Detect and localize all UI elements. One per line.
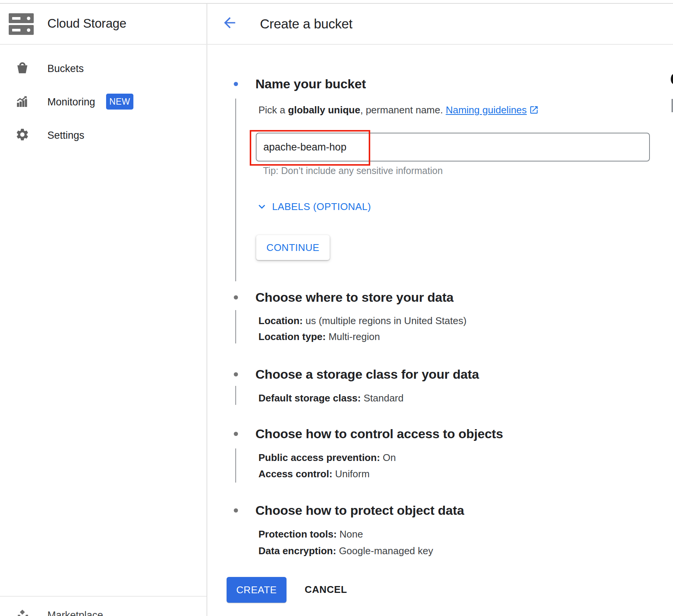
row-label: Data encryption:	[258, 545, 336, 556]
cloud-storage-icon	[9, 13, 35, 35]
new-badge: NEW	[106, 94, 133, 110]
row-value: On	[383, 452, 396, 463]
step4-title[interactable]: Choose how to control access to objects	[255, 425, 503, 442]
cutoff-bar	[671, 99, 673, 112]
page-title: Create a bucket	[260, 16, 352, 32]
location-row: Location: us (multiple regions in United…	[258, 314, 466, 327]
cutoff-glyph	[671, 74, 673, 84]
step2-connector-line	[235, 310, 236, 343]
logo-bar	[9, 13, 34, 23]
desc-bold-text: globally unique	[288, 104, 360, 116]
logo-bar	[9, 25, 34, 35]
row-value: Standard	[363, 392, 404, 404]
back-arrow-icon	[221, 14, 238, 31]
step5-title[interactable]: Choose how to protect object data	[255, 502, 464, 519]
cancel-button[interactable]: CANCEL	[305, 584, 347, 596]
protection-tools-row: Protection tools: None	[258, 528, 363, 541]
sidebar-item-marketplace[interactable]: Marketplace	[0, 605, 206, 616]
row-value: None	[340, 528, 363, 540]
row-label: Public access prevention:	[258, 452, 380, 463]
bucket-name-tip: Tip: Don’t include any sensitive informa…	[263, 165, 443, 176]
labels-optional-toggle[interactable]: LABELS (OPTIONAL)	[255, 200, 371, 215]
sidebar-divider	[207, 4, 207, 616]
step1-description: Pick a globally unique, permanent name. …	[258, 103, 539, 117]
row-label: Location:	[258, 315, 303, 326]
row-value: us (multiple regions in United States)	[305, 315, 466, 326]
monitoring-icon	[15, 94, 30, 108]
row-label: Default storage class:	[258, 392, 361, 404]
location-type-row: Location type: Multi-region	[258, 330, 380, 343]
continue-button[interactable]: CONTINUE	[256, 235, 330, 260]
step1-indicator	[234, 82, 238, 86]
data-encryption-row: Data encryption: Google-managed key	[258, 544, 433, 557]
row-value: Uniform	[335, 468, 369, 480]
step3-title[interactable]: Choose a storage class for your data	[255, 366, 479, 382]
top-divider	[0, 3, 673, 4]
header-divider	[0, 44, 673, 45]
step2-indicator	[234, 295, 238, 299]
desc-text: , permanent name.	[360, 104, 446, 116]
step1-title[interactable]: Name your bucket	[255, 75, 366, 92]
step1-connector-line	[235, 99, 236, 281]
step3-indicator	[234, 372, 238, 376]
sidebar-bottom-divider	[0, 596, 207, 597]
public-access-row: Public access prevention: On	[258, 451, 396, 464]
settings-icon	[15, 127, 30, 142]
open-in-new-icon	[529, 105, 539, 115]
storage-class-row: Default storage class: Standard	[258, 392, 404, 404]
create-bucket-page: Cloud Storage Buckets Monitoring NEW Set…	[0, 0, 673, 616]
labels-toggle-label: LABELS (OPTIONAL)	[272, 201, 371, 212]
row-label: Protection tools:	[258, 528, 337, 540]
step4-connector-line	[235, 448, 236, 483]
row-value: Multi-region	[329, 331, 380, 342]
bucket-name-input[interactable]	[256, 133, 650, 161]
chevron-down-icon	[255, 200, 268, 213]
row-label: Access control:	[258, 468, 332, 480]
app-title: Cloud Storage	[47, 15, 126, 32]
sidebar-item-label: Monitoring	[47, 96, 95, 108]
row-label: Location type:	[258, 331, 326, 342]
sidebar-item-label: Buckets	[47, 63, 84, 74]
step2-title[interactable]: Choose where to store your data	[255, 289, 454, 306]
sidebar-item-label: Settings	[47, 130, 85, 141]
access-control-row: Access control: Uniform	[258, 467, 369, 480]
step4-indicator	[234, 432, 238, 436]
naming-guidelines-link[interactable]: Naming guidelines	[446, 104, 527, 116]
step3-connector-line	[235, 386, 236, 405]
desc-text: Pick a	[258, 104, 288, 116]
sidebar-item-monitoring[interactable]: Monitoring NEW	[0, 91, 206, 114]
create-button[interactable]: CREATE	[227, 577, 286, 603]
row-value: Google-managed key	[339, 545, 433, 556]
marketplace-icon	[16, 608, 29, 616]
back-button[interactable]	[221, 14, 239, 33]
sidebar-item-buckets[interactable]: Buckets	[0, 58, 206, 80]
bucket-icon	[15, 61, 30, 75]
sidebar-item-settings[interactable]: Settings	[0, 124, 206, 147]
sidebar-item-label: Marketplace	[47, 610, 103, 616]
step5-indicator	[234, 508, 238, 513]
